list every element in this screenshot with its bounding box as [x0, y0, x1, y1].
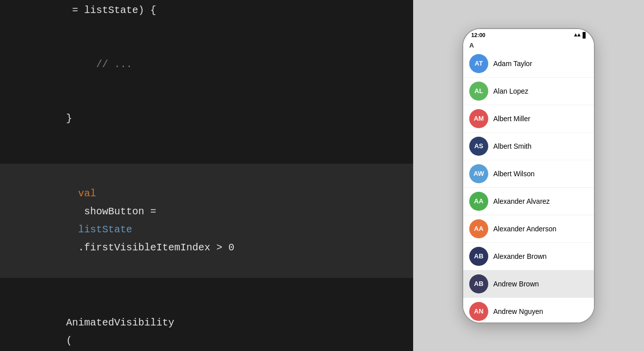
close-brace1: }	[66, 113, 72, 124]
status-time: 12:00	[471, 32, 485, 38]
contact-name: Andrew Brown	[493, 280, 539, 288]
contact-item[interactable]: AA Alexander Alvarez	[463, 188, 594, 215]
highlighted-line: val showButton = listState .firstVisible…	[0, 164, 413, 278]
lazy-rest: = listState) {	[66, 5, 156, 16]
code-panel: val listState = rememberLazyListState() …	[0, 0, 413, 351]
contact-item[interactable]: AB Alexander Brown	[463, 243, 594, 270]
battery-icon: ▉	[582, 32, 586, 39]
keyword-val2: val	[78, 188, 96, 199]
contact-list[interactable]: A AT Adam Taylor AL Alan Lopez AM Albert…	[463, 40, 594, 322]
contact-name: Albert Smith	[493, 142, 531, 150]
contact-name: Albert Miller	[493, 115, 530, 123]
code-block: val listState = rememberLazyListState() …	[30, 0, 383, 351]
comment-text: // ...	[96, 59, 132, 70]
avatar: AA	[469, 192, 488, 211]
contact-item[interactable]: AT Adam Taylor	[463, 50, 594, 78]
phone-mockup: 12:00 ▲▲ ▉ A AT Adam Taylor AL Alan Lope…	[462, 28, 595, 323]
contact-item[interactable]: AM Albert Miller	[463, 105, 594, 133]
code-line-comment: // ...	[30, 38, 383, 92]
code-line-blank2	[30, 146, 383, 164]
contact-name: Alan Lopez	[493, 87, 528, 95]
code-line-blank3	[30, 278, 383, 296]
prop-first: .firstVisibleItemIndex > 0	[78, 242, 234, 253]
section-header-a: A	[463, 40, 594, 50]
avatar: AM	[469, 109, 488, 128]
code-line-showbutton: val showButton = listState .firstVisible…	[30, 167, 383, 275]
contact-name: Alexander Anderson	[493, 225, 556, 233]
status-icons: ▲▲ ▉	[574, 32, 586, 39]
wifi-icon: ▲▲	[574, 32, 580, 38]
contact-name: Andrew Nguyen	[493, 307, 543, 315]
avatar: AS	[469, 137, 488, 156]
avatar: AB	[469, 274, 488, 293]
avatar: AN	[469, 302, 488, 321]
contact-name: Alexander Brown	[493, 252, 547, 260]
avatar: AW	[469, 164, 488, 183]
code-line-close1: }	[30, 92, 383, 146]
fn-animated: AnimatedVisibility	[66, 317, 174, 328]
contact-item[interactable]: AN Andrew Nguyen	[463, 298, 594, 322]
status-bar: 12:00 ▲▲ ▉	[463, 29, 594, 40]
contact-name: Adam Taylor	[493, 60, 532, 68]
code-line-lazy: LazyColumn ( state = listState) {	[30, 0, 383, 38]
animated-paren: (	[66, 335, 72, 346]
code-line-animated: AnimatedVisibility ( visible = showButto…	[30, 296, 383, 352]
var-showbutton: showButton =	[78, 206, 162, 217]
contact-name: Albert Wilson	[493, 170, 534, 178]
contact-item[interactable]: AS Albert Smith	[463, 133, 594, 160]
avatar: AB	[469, 247, 488, 266]
contact-item[interactable]: AW Albert Wilson	[463, 160, 594, 188]
contact-item-highlighted[interactable]: AB Andrew Brown	[463, 270, 594, 298]
contact-item[interactable]: AL Alan Lopez	[463, 78, 594, 105]
contact-name: Alexander Alvarez	[493, 197, 550, 205]
avatar: AA	[469, 219, 488, 238]
avatar: AL	[469, 82, 488, 101]
avatar: AT	[469, 54, 488, 73]
liststate-ref: listState	[78, 224, 132, 235]
right-panel: 12:00 ▲▲ ▉ A AT Adam Taylor AL Alan Lope…	[413, 0, 644, 351]
contact-item[interactable]: AA Alexander Anderson	[463, 215, 594, 243]
